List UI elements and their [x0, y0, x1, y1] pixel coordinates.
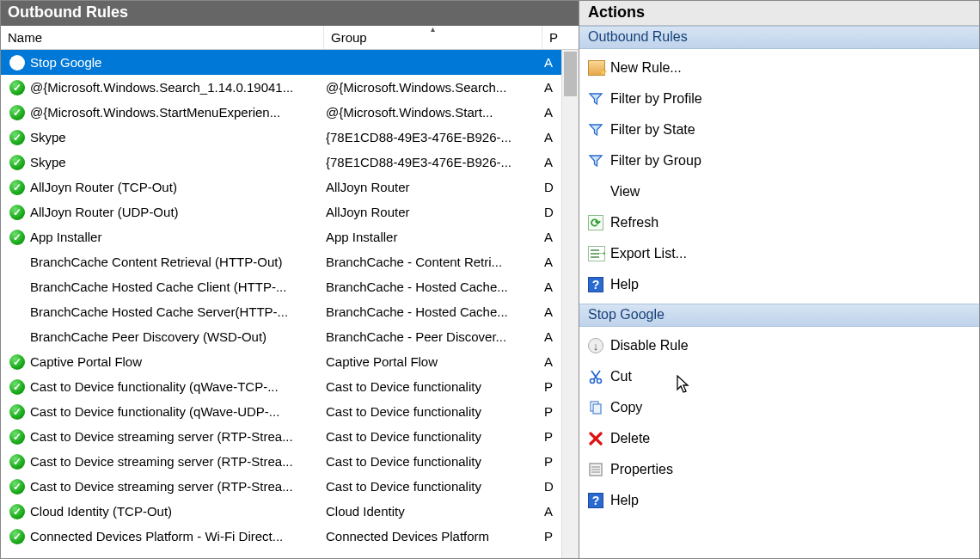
action-label: View: [610, 184, 640, 200]
rule-name-cell: Skype: [1, 128, 324, 147]
disable-icon: ↓: [588, 336, 610, 355]
rule-name-cell: Cast to Device streaming server (RTP-Str…: [1, 452, 324, 471]
action-export[interactable]: Export List...: [579, 238, 979, 269]
action-cut[interactable]: Cut: [579, 361, 979, 392]
allow-icon: [8, 103, 27, 122]
sort-asc-icon: ▴: [431, 24, 435, 34]
actions-section-outbound-label: Outbound Rules: [588, 29, 688, 44]
rule-name-cell: BranchCache Content Retrieval (HTTP-Out): [1, 253, 324, 272]
column-header-profile-label: P: [549, 30, 558, 45]
vertical-scrollbar[interactable]: [561, 50, 579, 558]
rule-row[interactable]: Cast to Device streaming server (RTP-Str…: [1, 424, 579, 449]
scroll-thumb[interactable]: [564, 52, 577, 96]
action-new-rule[interactable]: New Rule...: [579, 52, 979, 83]
blank-icon: [588, 182, 610, 201]
action-filter-group[interactable]: Filter by Group: [579, 145, 979, 176]
rule-row[interactable]: BranchCache Hosted Cache Server(HTTP-...…: [1, 299, 579, 324]
rule-name-cell: Cloud Identity (TCP-Out): [1, 502, 324, 521]
rules-panel: Outbound Rules Name ▴ Group P Stop Googl…: [1, 1, 579, 558]
rule-name-text: AllJoyn Router (UDP-Out): [30, 205, 179, 219]
rule-row[interactable]: BranchCache Peer Discovery (WSD-Out)Bran…: [1, 324, 579, 349]
rule-name-cell: BranchCache Hosted Cache Server(HTTP-...: [1, 303, 324, 322]
column-header-name-label: Name: [8, 30, 42, 45]
action-disable[interactable]: ↓Disable Rule: [579, 330, 979, 361]
action-label: Filter by Group: [610, 153, 701, 169]
rule-name-text: Stop Google: [30, 55, 101, 70]
rule-row[interactable]: Cast to Device functionality (qWave-UDP-…: [1, 399, 579, 424]
refresh-icon: ⟳: [588, 213, 610, 232]
action-props[interactable]: Properties: [579, 454, 979, 485]
svg-point-1: [597, 379, 602, 384]
rule-row[interactable]: Connected Devices Platform - Wi-Fi Direc…: [1, 524, 579, 549]
actions-panel-title: Actions: [579, 1, 979, 26]
rules-panel-title-text: Outbound Rules: [8, 3, 128, 22]
action-help[interactable]: ?Help: [579, 269, 979, 300]
help-icon: ?: [588, 275, 610, 294]
rule-row[interactable]: @{Microsoft.Windows.StartMenuExperien...…: [1, 100, 579, 125]
action-label: Filter by Profile: [610, 91, 702, 107]
rule-group-cell: BranchCache - Content Retri...: [324, 255, 542, 269]
actions-list-selected: ↓Disable RuleCutCopyDeleteProperties?Hel…: [579, 327, 979, 519]
rule-name-text: Cast to Device functionality (qWave-UDP-…: [30, 404, 279, 419]
column-header-profile[interactable]: P: [542, 26, 579, 49]
help-icon: ?: [588, 491, 610, 510]
rule-row[interactable]: @{Microsoft.Windows.Search_1.14.0.19041.…: [1, 75, 579, 100]
rule-group-cell: Cast to Device functionality: [324, 379, 542, 394]
rule-name-text: Skype: [30, 155, 66, 169]
export-icon: [588, 244, 610, 263]
rule-row[interactable]: AllJoyn Router (UDP-Out)AllJoyn RouterD: [1, 200, 579, 224]
allow-icon: [8, 78, 27, 97]
rules-table-header: Name ▴ Group P: [1, 26, 579, 50]
action-label: Properties: [610, 462, 673, 477]
rule-name-text: Cast to Device streaming server (RTP-Str…: [30, 429, 293, 444]
rule-name-cell: @{Microsoft.Windows.StartMenuExperien...: [1, 103, 324, 122]
rule-row[interactable]: Captive Portal FlowCaptive Portal FlowA: [1, 349, 579, 374]
new-rule-icon: [588, 58, 610, 77]
rule-name-text: Cast to Device streaming server (RTP-Str…: [30, 454, 293, 469]
rule-name-cell: Cast to Device functionality (qWave-TCP-…: [1, 378, 324, 396]
rule-name-cell: Captive Portal Flow: [1, 353, 324, 372]
rule-row[interactable]: BranchCache Content Retrieval (HTTP-Out)…: [1, 249, 579, 274]
action-help2[interactable]: ?Help: [579, 485, 979, 516]
rule-name-cell: Cast to Device streaming server (RTP-Str…: [1, 427, 324, 446]
rule-row[interactable]: AllJoyn Router (TCP-Out)AllJoyn RouterD: [1, 175, 579, 200]
filter-icon: [588, 120, 610, 139]
column-header-group-label: Group: [331, 30, 367, 45]
rule-row[interactable]: BranchCache Hosted Cache Client (HTTP-..…: [1, 274, 579, 299]
rule-row[interactable]: App InstallerApp InstallerA: [1, 224, 579, 249]
rule-name-text: @{Microsoft.Windows.StartMenuExperien...: [30, 105, 280, 120]
rule-row[interactable]: Cast to Device functionality (qWave-TCP-…: [1, 374, 579, 399]
rule-row[interactable]: Cloud Identity (TCP-Out)Cloud IdentityA: [1, 499, 579, 524]
action-delete[interactable]: Delete: [579, 423, 979, 454]
column-header-name[interactable]: Name: [1, 26, 324, 49]
rule-group-cell: BranchCache - Hosted Cache...: [324, 280, 542, 294]
rule-row[interactable]: Cast to Device streaming server (RTP-Str…: [1, 449, 579, 474]
rule-group-cell: AllJoyn Router: [324, 180, 542, 194]
action-filter-profile[interactable]: Filter by Profile: [579, 83, 979, 114]
action-label: Refresh: [610, 215, 658, 230]
rule-group-cell: Connected Devices Platform: [324, 529, 542, 544]
rule-group-cell: BranchCache - Peer Discover...: [324, 329, 542, 344]
rule-name-text: Cast to Device streaming server (RTP-Str…: [30, 479, 293, 494]
rule-name-text: BranchCache Peer Discovery (WSD-Out): [30, 329, 266, 344]
rule-name-text: Skype: [30, 130, 66, 144]
allow-icon: [8, 477, 27, 496]
allow-icon: [8, 502, 27, 521]
rule-row[interactable]: Stop GoogleA: [1, 50, 579, 75]
rule-group-cell: {78E1CD88-49E3-476E-B926-...: [324, 130, 542, 144]
action-refresh[interactable]: ⟳Refresh: [579, 207, 979, 238]
action-label: Disable Rule: [610, 338, 689, 353]
rule-row[interactable]: Skype{78E1CD88-49E3-476E-B926-...A: [1, 150, 579, 175]
svg-point-0: [591, 379, 595, 384]
rule-row[interactable]: Skype{78E1CD88-49E3-476E-B926-...A: [1, 125, 579, 150]
action-label: Copy: [610, 400, 642, 415]
rule-name-cell: App Installer: [1, 228, 324, 247]
rule-name-cell: Cast to Device streaming server (RTP-Str…: [1, 477, 324, 496]
action-copy[interactable]: Copy: [579, 392, 979, 423]
rule-group-cell: Cast to Device functionality: [324, 479, 542, 494]
rule-row[interactable]: Cast to Device streaming server (RTP-Str…: [1, 474, 579, 499]
column-header-group[interactable]: ▴ Group: [324, 26, 542, 49]
action-view[interactable]: View: [579, 176, 979, 207]
action-filter-state[interactable]: Filter by State: [579, 114, 979, 145]
actions-section-selected: Stop Google: [579, 304, 979, 327]
